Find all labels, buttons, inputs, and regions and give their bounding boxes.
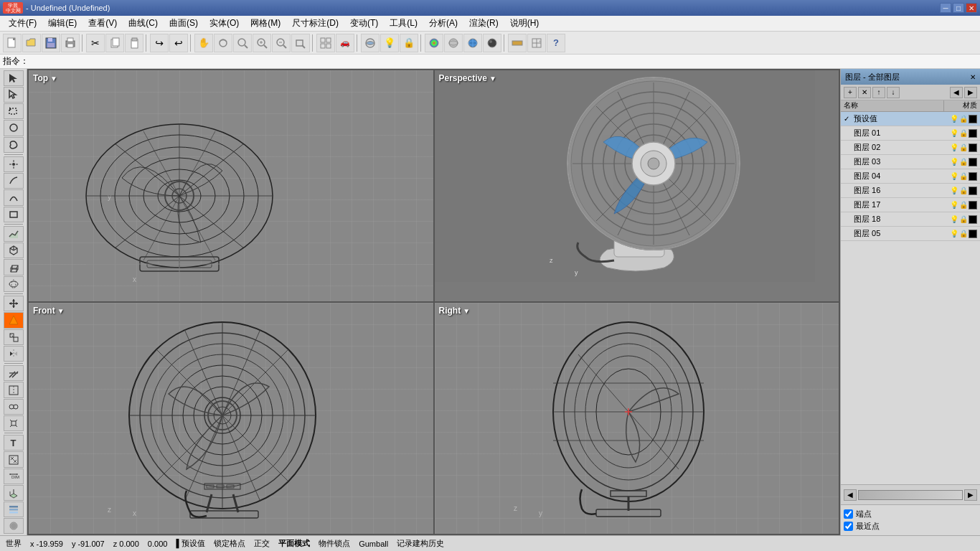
tool-hatch[interactable] bbox=[4, 451, 24, 467]
tool-move[interactable] bbox=[4, 296, 24, 311]
menu-render[interactable]: 渲染(R) bbox=[463, 16, 504, 31]
menu-mesh[interactable]: 网格(M) bbox=[245, 16, 286, 31]
tb-zoom-extents[interactable] bbox=[233, 34, 252, 52]
tool-line[interactable] bbox=[4, 173, 24, 189]
menu-tools[interactable]: 工具(L) bbox=[384, 16, 423, 31]
layer-row[interactable]: 图层 16 💡 🔒 bbox=[841, 184, 980, 198]
status-lock[interactable]: 锁定格点 bbox=[214, 538, 245, 549]
layer-bulb-8[interactable]: 💡 bbox=[950, 230, 958, 237]
tool-text[interactable]: T bbox=[4, 435, 24, 451]
menu-analysis[interactable]: 分析(A) bbox=[423, 16, 463, 31]
tb-globe[interactable] bbox=[463, 34, 482, 52]
tool-revolve[interactable] bbox=[4, 276, 24, 292]
layer-bulb-7[interactable]: 💡 bbox=[950, 215, 958, 223]
panel-close-btn[interactable]: ✕ bbox=[970, 73, 976, 81]
layer-check-0[interactable]: ✓ bbox=[844, 115, 854, 123]
menu-file[interactable]: 文件(F) bbox=[3, 16, 42, 31]
layer-color-6[interactable] bbox=[969, 201, 977, 209]
viewport-front-arrow[interactable]: ▼ bbox=[57, 307, 65, 315]
tb-new[interactable] bbox=[3, 34, 22, 52]
viewport-right-label[interactable]: Right ▼ bbox=[439, 306, 471, 316]
command-bar[interactable]: 指令： bbox=[0, 55, 980, 69]
layer-lock-8[interactable]: 🔒 bbox=[959, 230, 968, 237]
menu-dimension[interactable]: 尺寸标注(D) bbox=[286, 16, 344, 31]
layer-lock-1[interactable]: 🔒 bbox=[959, 129, 968, 137]
viewport-front-label[interactable]: Front ▼ bbox=[33, 306, 65, 316]
tb-material[interactable] bbox=[483, 34, 501, 52]
tb-zoom-in[interactable] bbox=[253, 34, 271, 52]
menu-edit[interactable]: 编辑(E) bbox=[42, 16, 83, 31]
viewport-perspective[interactable]: Perspective ▼ bbox=[435, 70, 839, 301]
layer-row[interactable]: 图层 17 💡 🔒 bbox=[841, 198, 980, 212]
tool-cplane[interactable] bbox=[4, 485, 24, 501]
layer-row[interactable]: 图层 05 💡 🔒 bbox=[841, 227, 980, 241]
close-button[interactable]: ✕ bbox=[966, 3, 977, 13]
tb-rotate3d[interactable] bbox=[214, 34, 232, 52]
panel-scroll-right[interactable]: ▶ bbox=[964, 489, 977, 501]
minimize-button[interactable]: ─ bbox=[940, 3, 951, 13]
panel-scroll-left[interactable]: ◀ bbox=[844, 489, 857, 501]
menu-solid[interactable]: 实体(O) bbox=[204, 16, 245, 31]
viewport-top-label[interactable]: Top ▼ bbox=[33, 73, 57, 83]
maximize-button[interactable]: □ bbox=[953, 3, 964, 13]
check-nearest[interactable]: 最近点 bbox=[844, 520, 977, 532]
tb-extra1[interactable] bbox=[508, 34, 527, 52]
viewport-perspective-arrow[interactable]: ▼ bbox=[489, 75, 496, 83]
layer-row[interactable]: 图层 01 💡 🔒 bbox=[841, 126, 980, 141]
panel-up-layer[interactable]: ↑ bbox=[872, 87, 885, 98]
layer-bulb-0[interactable]: 💡 bbox=[950, 115, 958, 123]
panel-scrollbar[interactable] bbox=[858, 490, 963, 500]
tb-open[interactable] bbox=[22, 34, 41, 52]
titlebar-controls[interactable]: ─ □ ✕ bbox=[940, 3, 977, 13]
tool-dim[interactable]: DIM bbox=[4, 468, 24, 484]
tb-save[interactable] bbox=[42, 34, 60, 52]
layer-color-2[interactable] bbox=[969, 143, 977, 152]
status-record[interactable]: 记录建构历史 bbox=[397, 538, 444, 549]
layer-color-0[interactable] bbox=[969, 115, 977, 123]
layer-bulb-1[interactable]: 💡 bbox=[950, 129, 958, 137]
layer-color-3[interactable] bbox=[969, 158, 977, 166]
tb-light[interactable]: 💡 bbox=[380, 34, 399, 52]
layer-bulb-6[interactable]: 💡 bbox=[950, 201, 958, 209]
layer-lock-6[interactable]: 🔒 bbox=[959, 201, 968, 209]
layer-lock-2[interactable]: 🔒 bbox=[959, 143, 968, 151]
tb-named-views[interactable] bbox=[361, 34, 380, 52]
tool-join[interactable] bbox=[4, 399, 24, 415]
tool-layer-panel[interactable] bbox=[4, 501, 24, 517]
tool-surface[interactable] bbox=[4, 226, 24, 242]
layer-color-7[interactable] bbox=[969, 215, 977, 224]
status-gumball[interactable]: Gumball bbox=[359, 540, 388, 548]
layer-lock-0[interactable]: 🔒 bbox=[959, 115, 968, 123]
check-endpoint[interactable]: 端点 bbox=[844, 508, 977, 520]
tool-rect[interactable] bbox=[4, 207, 24, 222]
tb-help[interactable]: ? bbox=[547, 34, 565, 52]
tool-box[interactable] bbox=[4, 242, 24, 258]
layer-bulb-3[interactable]: 💡 bbox=[950, 158, 958, 166]
panel-new-layer[interactable]: + bbox=[844, 87, 857, 98]
tb-car[interactable]: 🚗 bbox=[336, 34, 354, 52]
layer-row[interactable]: 图层 02 💡 🔒 bbox=[841, 141, 980, 155]
layer-color-5[interactable] bbox=[969, 187, 977, 195]
tool-circle[interactable] bbox=[4, 120, 24, 136]
menu-curve[interactable]: 曲线(C) bbox=[123, 16, 164, 31]
tb-copy[interactable] bbox=[105, 34, 124, 52]
viewport-perspective-label[interactable]: Perspective ▼ bbox=[439, 73, 496, 83]
tb-print[interactable] bbox=[61, 34, 80, 52]
tool-mirror[interactable] bbox=[4, 346, 24, 362]
tb-extra2[interactable]: + bbox=[527, 34, 546, 52]
nearest-checkbox[interactable] bbox=[844, 522, 853, 531]
layer-row[interactable]: 图层 04 💡 🔒 bbox=[841, 169, 980, 184]
layer-lock-7[interactable]: 🔒 bbox=[959, 215, 968, 223]
menu-surface[interactable]: 曲面(S) bbox=[164, 16, 204, 31]
viewport-right-arrow[interactable]: ▼ bbox=[463, 307, 470, 315]
layer-lock-4[interactable]: 🔒 bbox=[959, 172, 968, 180]
tool-lasso[interactable] bbox=[4, 137, 24, 153]
cmdbar-input[interactable] bbox=[29, 57, 977, 67]
tool-scale[interactable] bbox=[4, 329, 24, 345]
status-ortho[interactable]: 正交 bbox=[254, 538, 270, 549]
tool-arrow[interactable] bbox=[4, 70, 24, 86]
layer-lock-3[interactable]: 🔒 bbox=[959, 158, 968, 166]
panel-delete-layer[interactable]: ✕ bbox=[858, 87, 871, 98]
tb-zoom-out[interactable] bbox=[272, 34, 291, 52]
tb-undo[interactable]: ↩ bbox=[150, 34, 169, 52]
